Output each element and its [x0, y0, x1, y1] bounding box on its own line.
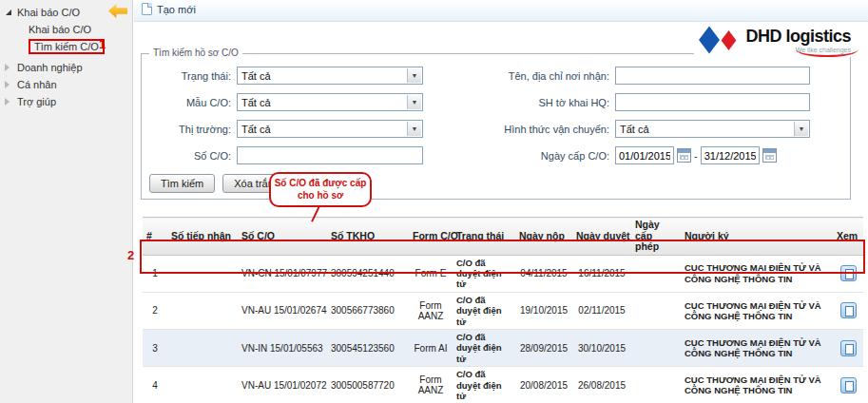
cell-signer: CỤC THƯƠNG MẠI ĐIỆN TỬ VÀ CÔNG NGHỆ THÔN… [681, 255, 833, 292]
sidebar-item-label: Doanh nghiệp [17, 62, 83, 73]
view-details-icon[interactable] [840, 377, 857, 393]
column-header: # [143, 218, 167, 256]
chevron-down-icon[interactable]: ▼ [407, 95, 421, 109]
sidebar-item[interactable]: Tìm kiếm C/O [0, 38, 132, 55]
cell-status: C/O đã duyệt điện tử [453, 255, 515, 292]
sidebar-item[interactable]: Doanh nghiệp [0, 59, 132, 76]
cell-receipt [167, 255, 238, 292]
column-header: Trạng thái [453, 218, 515, 256]
sidebar-item[interactable]: Khai báo C/O [0, 4, 132, 21]
status-select[interactable]: Tất cả ▼ [237, 67, 423, 85]
cell-form: Form AANZ [409, 367, 453, 403]
transport-mode-select[interactable]: Tất cả ▼ [615, 120, 810, 138]
calendar-icon[interactable] [762, 148, 777, 163]
view-details-icon[interactable] [840, 302, 857, 318]
cell-status: C/O đã duyệt điện tử [453, 292, 515, 329]
tree-collapsed-icon[interactable] [5, 98, 10, 106]
co-number-label: Số C/O: [144, 150, 237, 162]
co-number-input[interactable] [237, 146, 423, 164]
cell-status: C/O đã duyệt điện tử [453, 367, 515, 403]
cell-form: Form E [409, 255, 453, 292]
transport-mode-label: Hình thức vận chuyển: [474, 124, 615, 135]
logo-diamonds-icon [698, 25, 740, 55]
column-header: Ngày nộp [515, 218, 572, 256]
cell-form: Form AI [409, 329, 453, 366]
cell-receipt [167, 292, 238, 329]
cell-submitted: 28/09/2015 [515, 329, 572, 366]
logo-red-diamond-icon [722, 30, 737, 50]
issue-date-from-input[interactable] [615, 146, 674, 164]
view-details-icon[interactable] [840, 340, 857, 356]
cell-approved: 02/11/2015 [572, 292, 631, 329]
cell-co: VN-IN 15/01/05563 [238, 329, 327, 366]
cell-status: C/O đã duyệt điện tử [453, 329, 515, 366]
annotation-step-1: 1 [99, 37, 106, 51]
cell-signer: CỤC THƯƠNG MẠI ĐIỆN TỬ VÀ CÔNG NGHỆ THÔN… [681, 367, 833, 403]
brand-logo: DHD logistics We like challenges [694, 23, 855, 57]
cell-receipt [167, 367, 238, 403]
table-row[interactable]: 1VN-CN 15/01/07977300594251440Form EC/O … [143, 255, 863, 292]
cell-receipt [167, 329, 238, 366]
issue-date-to-input[interactable] [701, 146, 760, 164]
annotation-callout: Số C/O đã được cấp cho hồ sơ [269, 172, 372, 207]
column-header: Số tiếp nhận [167, 218, 238, 256]
customs-declaration-input[interactable] [615, 93, 810, 111]
transport-mode-select-value: Tất cả [620, 124, 649, 135]
cell-tkhq: 300566773860 [327, 292, 409, 329]
date-range-separator: - [694, 150, 698, 162]
chevron-down-icon[interactable]: ▼ [407, 68, 421, 83]
cell-submitted: 04/11/2015 [515, 255, 572, 292]
cell-no: 4 [143, 367, 167, 403]
toolbar: Tạo mới [134, 0, 868, 22]
table-row[interactable]: 2VN-AU 15/01/02674300566773860Form AANZC… [143, 292, 863, 329]
market-select[interactable]: Tất cả ▼ [237, 120, 423, 138]
co-form-select[interactable]: Tất cả ▼ [237, 93, 423, 111]
create-new-label: Tạo mới [157, 4, 196, 15]
sidebar-item[interactable]: Cá nhân [0, 76, 132, 93]
tree-expanded-icon[interactable] [6, 10, 11, 15]
app-window: Khai báo C/OKhai báo C/OTìm kiếm C/ODoan… [0, 0, 868, 403]
cell-view [833, 329, 863, 366]
sidebar-item-label: Khai báo C/O [17, 7, 80, 18]
search-button[interactable]: Tìm kiếm [149, 174, 215, 193]
cell-view [833, 292, 863, 329]
cell-submitted: 19/10/2015 [515, 292, 572, 329]
column-header: Số TKHQ [327, 218, 409, 256]
table-row[interactable]: 3VN-IN 15/01/05563300545123560Form AIC/O… [143, 329, 863, 366]
chevron-down-icon[interactable]: ▼ [407, 122, 421, 136]
tree-collapsed-icon[interactable] [5, 64, 10, 71]
column-header: Ngày cấp phép [631, 218, 681, 256]
tree-collapsed-icon[interactable] [5, 81, 10, 88]
cell-no: 1 [143, 255, 167, 292]
annotation-step-2: 2 [127, 248, 134, 262]
search-panel: Tìm kiếm hồ sơ C/O Trạng thái: Tất cả ▼ … [141, 53, 851, 200]
table-header-row: #Số tiếp nhậnSố C/OSố TKHQForm C/OTrạng … [143, 218, 863, 256]
sidebar-item-label: Tìm kiếm C/O [29, 39, 105, 54]
cell-licensed [631, 367, 681, 403]
chevron-down-icon[interactable]: ▼ [794, 122, 808, 136]
cell-licensed [631, 329, 681, 366]
sidebar-item[interactable]: Trợ giúp [0, 93, 132, 110]
cell-co: VN-CN 15/01/07977 [238, 255, 327, 292]
column-header: Form C/O [409, 218, 453, 256]
status-label: Trạng thái: [144, 70, 237, 82]
sidebar-item[interactable]: Khai báo C/O [0, 21, 132, 38]
cell-approved: 26/08/2015 [572, 367, 631, 403]
cell-co: VN-AU 15/01/02072 [238, 367, 327, 403]
view-details-icon[interactable] [840, 265, 857, 281]
cell-licensed [631, 255, 681, 292]
column-header: Ngày duyệt [572, 218, 631, 256]
column-header: Xem [833, 218, 863, 256]
market-label: Thị trường: [144, 124, 237, 135]
cell-tkhq: 300594251440 [327, 255, 409, 292]
new-document-icon [142, 3, 152, 15]
create-new-button[interactable]: Tạo mới [142, 3, 196, 15]
cell-licensed [631, 292, 681, 329]
table-row[interactable]: 4VN-AU 15/01/02072300500587720Form AANZC… [143, 367, 863, 403]
cell-form: Form AANZ [409, 292, 453, 329]
cell-tkhq: 300500587720 [327, 367, 409, 403]
receiver-input[interactable] [615, 67, 810, 85]
cell-approved: 30/10/2015 [572, 329, 631, 366]
co-form-select-value: Tất cả [241, 97, 271, 108]
calendar-icon[interactable] [677, 148, 691, 163]
